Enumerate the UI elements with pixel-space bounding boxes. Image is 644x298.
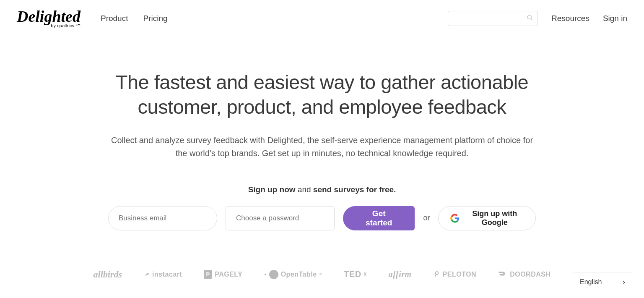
brand-affirm-label: affirm [389,269,412,279]
nav-product[interactable]: Product [101,14,128,23]
cta-bold-1: Sign up now [248,185,296,194]
search-input[interactable] [452,15,527,22]
google-signup-label: Sign up with Google [465,209,524,227]
pagely-badge-icon: P [204,270,212,279]
brand-instacart: instacart [144,271,182,278]
brand-affirm: affirm [389,269,412,279]
logo-text: Delighted [17,8,80,24]
chevron-right-icon: › [623,278,625,287]
tedx-pre: TED [344,269,361,279]
brand-peloton: PELOTON [434,270,477,279]
nav-signin[interactable]: Sign in [603,14,627,23]
brand-instacart-label: instacart [152,271,182,278]
language-label: English [580,278,602,286]
google-signup-button[interactable]: Sign up with Google [438,206,536,230]
cta-bold-2: send surveys for free. [313,185,396,194]
header: Delighted by qualtrics.ˣᵐ Product Pricin… [0,0,644,37]
search-icon [527,14,533,23]
cta-mid: and [296,185,313,194]
peloton-icon [434,270,440,279]
svg-line-1 [531,18,532,20]
get-started-button[interactable]: Get started [343,206,415,230]
nav-pricing[interactable]: Pricing [143,14,167,23]
brand-peloton-label: PELOTON [443,271,477,278]
header-right: Resources Sign in [448,11,627,26]
hero-subtitle: Collect and analyze survey feedback with… [108,134,536,160]
google-icon [450,214,460,223]
signup-form: Get started or Sign up with Google [108,206,536,230]
hero: The fastest and easiest way to gather ac… [91,70,553,280]
carrot-icon [144,271,150,278]
or-divider: or [423,214,430,222]
brand-pagely: P PAGELY [204,270,242,279]
brand-logos: allbirds instacart P PAGELY ● OpenTable … [108,269,536,280]
brand-allbirds: allbirds [93,269,122,280]
signup-cta: Sign up now and send surveys for free. [108,185,536,194]
brand-doordash: DOORDASH [498,271,551,278]
logo[interactable]: Delighted by qualtrics.ˣᵐ [17,8,80,28]
email-field[interactable] [108,206,217,230]
logo-subtext: by qualtrics.ˣᵐ [17,24,80,28]
svg-point-0 [527,15,531,19]
opentable-circle-icon [269,270,278,279]
brand-opentable-label: OpenTable [281,271,317,278]
svg-point-2 [435,272,438,274]
brand-pagely-label: PAGELY [215,271,242,278]
doordash-icon [498,271,507,278]
brand-opentable: ● OpenTable ® [264,270,322,279]
brand-tedx: TEDX [344,269,367,279]
nav-resources[interactable]: Resources [551,14,589,23]
brand-doordash-label: DOORDASH [510,271,551,278]
password-field[interactable] [226,206,335,230]
search-box[interactable] [448,11,538,26]
main-nav: Product Pricing [101,14,168,23]
tedx-suf: X [364,272,367,277]
hero-title: The fastest and easiest way to gather ac… [108,70,536,120]
language-picker[interactable]: English › [573,272,632,292]
